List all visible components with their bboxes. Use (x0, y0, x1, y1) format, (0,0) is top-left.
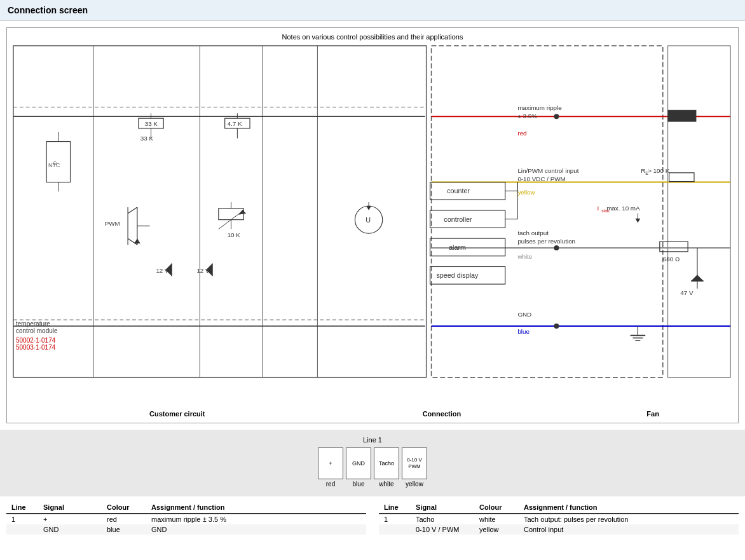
svg-text:GND: GND (517, 311, 531, 318)
resistor-33k-label: 33 K (140, 135, 154, 142)
page-title: Connection screen (0, 0, 745, 21)
cell-assignment: maximum ripple ± 3.5 % (146, 514, 366, 524)
svg-text:0-10 VDC / PWM: 0-10 VDC / PWM (517, 175, 565, 182)
lower-section: Line 1 + red GND blue Tacho white 0-10 V… (0, 430, 745, 496)
cell-assignment: GND (146, 524, 366, 535)
svg-text:yellow: yellow (517, 189, 535, 196)
cell-signal: GND (38, 524, 102, 535)
th-assignment-right: Assignment / function (519, 502, 739, 514)
svg-text:I: I (597, 205, 599, 212)
svg-rect-51 (669, 173, 694, 182)
cell-assignment: Tach output: pulses per revolution (519, 514, 739, 524)
svg-line-13 (128, 207, 137, 214)
cell-signal: Tacho (411, 514, 474, 524)
svg-marker-17 (134, 238, 140, 243)
svg-text:speed display: speed display (436, 271, 479, 279)
pwm-label: PWM (105, 220, 120, 227)
svg-rect-54 (660, 242, 688, 252)
cell-colour: white (474, 514, 519, 524)
temp-module-text: temperature control module 50002-1-0174 … (16, 320, 58, 351)
line1-label: Line 1 (6, 436, 739, 444)
svg-text:maximum ripple: maximum ripple (517, 104, 562, 111)
circuit-diagram: ⌂ NTC PWM 33 K 33 K 12 V 12 (12, 44, 733, 407)
notes-header: Notes on various control possibilities a… (12, 33, 733, 41)
connector-pwm: 0-10 V PWM yellow (402, 447, 427, 488)
svg-marker-34 (238, 210, 246, 215)
svg-marker-39 (366, 206, 371, 210)
cell-signal: 0-10 V / PWM (411, 524, 474, 535)
svg-rect-46 (668, 110, 696, 121)
cell-line (379, 524, 411, 535)
tables-row: Line Signal Colour Assignment / function… (6, 502, 739, 535)
cell-line: 1 (6, 514, 38, 524)
svg-text:blue: blue (517, 328, 530, 335)
svg-text:4.7 K: 4.7 K (228, 120, 242, 127)
svg-text:counter: counter (447, 187, 470, 195)
svg-text:controller: controller (444, 215, 472, 223)
connector-label-blue: blue (353, 481, 365, 488)
svg-text:U: U (366, 216, 371, 224)
connection-label: Connection (423, 410, 461, 418)
connector-box-gnd: GND (346, 447, 371, 479)
svg-rect-0 (13, 46, 427, 378)
svg-text:white: white (517, 253, 532, 260)
svg-text:10 K: 10 K (228, 231, 241, 238)
svg-text:max. 10 mA: max. 10 mA (606, 205, 640, 212)
th-assignment-left: Assignment / function (146, 502, 366, 514)
table-left: Line Signal Colour Assignment / function… (6, 502, 366, 535)
connector-tacho: Tacho white (374, 447, 399, 488)
cell-colour: blue (102, 524, 146, 535)
th-colour-right: Colour (474, 502, 519, 514)
table-row: GND blue GND (6, 524, 366, 535)
table-row: 1 Tacho white Tach output: pulses per re… (379, 514, 739, 524)
main-diagram: Notes on various control possibilities a… (0, 21, 745, 430)
svg-text:33 K: 33 K (145, 120, 158, 127)
svg-text:NTC: NTC (48, 162, 60, 168)
svg-text:Lin/PWM control input: Lin/PWM control input (517, 167, 578, 174)
table-right: Line Signal Colour Assignment / function… (379, 502, 739, 535)
cell-signal: + (38, 514, 102, 524)
svg-marker-79 (635, 219, 640, 223)
svg-text:red: red (517, 130, 526, 137)
th-line-left: Line (6, 502, 38, 514)
connector-box-pwm: 0-10 V PWM (402, 447, 427, 479)
connector-label-red: red (326, 481, 335, 488)
table-row: 1 + red maximum ripple ± 3.5 % (6, 514, 366, 524)
svg-point-45 (554, 114, 559, 119)
cell-colour: red (102, 514, 146, 524)
cell-line (6, 524, 38, 535)
connector-box-plus: + (318, 447, 343, 479)
table-row: 0-10 V / PWM yellow Control input (379, 524, 739, 535)
table-section: Line Signal Colour Assignment / function… (0, 496, 745, 540)
connector-plus: + red (318, 447, 343, 488)
th-colour-left: Colour (102, 502, 146, 514)
cell-colour: yellow (474, 524, 519, 535)
connector-label-yellow: yellow (406, 481, 423, 488)
th-signal-left: Signal (38, 502, 102, 514)
fan-label: Fan (646, 410, 659, 418)
connector-label-white: white (379, 481, 393, 488)
connector-box-tacho: Tacho (374, 447, 399, 479)
bottom-labels: Customer circuit Connection Fan (12, 410, 733, 418)
svg-text:> 100 K: > 100 K (648, 167, 670, 174)
cell-line: 1 (379, 514, 411, 524)
svg-text:47 V: 47 V (680, 289, 694, 296)
cell-assignment: Control input (519, 524, 739, 535)
svg-text:tach output: tach output (517, 229, 549, 236)
svg-rect-43 (668, 46, 730, 378)
th-signal-right: Signal (411, 502, 474, 514)
customer-circuit-label: Customer circuit (149, 410, 205, 418)
svg-text:alarm: alarm (449, 243, 466, 251)
connectors-row: + red GND blue Tacho white 0-10 V PWM ye… (6, 447, 739, 488)
th-line-right: Line (379, 502, 411, 514)
svg-text:± 3.5%: ± 3.5% (517, 113, 537, 120)
svg-text:680 Ω: 680 Ω (663, 256, 680, 263)
svg-marker-57 (691, 275, 704, 281)
svg-point-53 (554, 245, 559, 250)
svg-text:pulses per revolution: pulses per revolution (517, 238, 575, 245)
diagram-container: Notes on various control possibilities a… (6, 27, 739, 423)
connector-gnd: GND blue (346, 447, 371, 488)
svg-point-61 (554, 324, 559, 329)
